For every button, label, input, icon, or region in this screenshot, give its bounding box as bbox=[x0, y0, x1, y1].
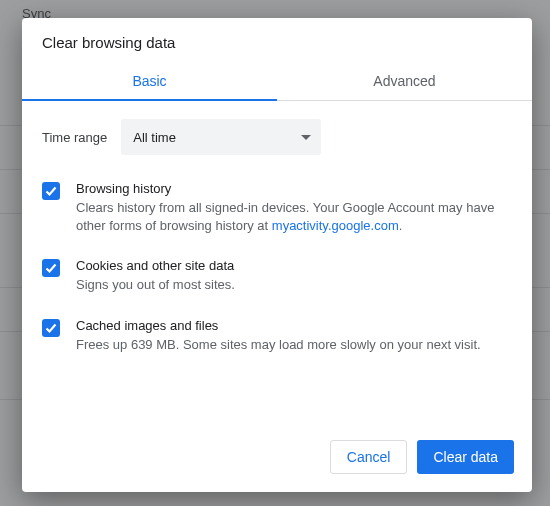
clear-data-button[interactable]: Clear data bbox=[417, 440, 514, 474]
dialog-body: Time range All time Browsing history Cle… bbox=[22, 101, 532, 426]
cancel-button[interactable]: Cancel bbox=[330, 440, 408, 474]
option-text: Browsing history Clears history from all… bbox=[76, 181, 512, 234]
chevron-down-icon bbox=[301, 135, 311, 140]
checkbox-cache[interactable] bbox=[42, 319, 60, 337]
option-title: Cached images and files bbox=[76, 318, 481, 333]
option-description: Signs you out of most sites. bbox=[76, 276, 235, 294]
option-text: Cookies and other site data Signs you ou… bbox=[76, 258, 235, 294]
option-description: Frees up 639 MB. Some sites may load mor… bbox=[76, 336, 481, 354]
check-icon bbox=[44, 261, 58, 275]
activity-link[interactable]: myactivity.google.com bbox=[272, 218, 399, 233]
option-title: Cookies and other site data bbox=[76, 258, 235, 273]
tab-basic[interactable]: Basic bbox=[22, 61, 277, 100]
tabs: Basic Advanced bbox=[22, 61, 532, 101]
time-range-value: All time bbox=[133, 130, 176, 145]
option-cache: Cached images and files Frees up 639 MB.… bbox=[42, 318, 512, 354]
checkbox-cookies[interactable] bbox=[42, 259, 60, 277]
dialog-title: Clear browsing data bbox=[22, 18, 532, 61]
option-text: Cached images and files Frees up 639 MB.… bbox=[76, 318, 481, 354]
tab-advanced[interactable]: Advanced bbox=[277, 61, 532, 100]
checkbox-browsing-history[interactable] bbox=[42, 182, 60, 200]
check-icon bbox=[44, 321, 58, 335]
option-desc-pre: Signs you out of most sites. bbox=[76, 277, 235, 292]
option-desc-pre: Frees up 639 MB. Some sites may load mor… bbox=[76, 337, 481, 352]
clear-browsing-data-dialog: Clear browsing data Basic Advanced Time … bbox=[22, 18, 532, 492]
time-range-label: Time range bbox=[42, 130, 107, 145]
option-description: Clears history from all signed-in device… bbox=[76, 199, 512, 234]
time-range-select[interactable]: All time bbox=[121, 119, 321, 155]
option-browsing-history: Browsing history Clears history from all… bbox=[42, 181, 512, 234]
option-title: Browsing history bbox=[76, 181, 512, 196]
option-cookies: Cookies and other site data Signs you ou… bbox=[42, 258, 512, 294]
check-icon bbox=[44, 184, 58, 198]
dialog-actions: Cancel Clear data bbox=[22, 426, 532, 492]
option-desc-post: . bbox=[399, 218, 403, 233]
time-range-row: Time range All time bbox=[42, 119, 512, 155]
